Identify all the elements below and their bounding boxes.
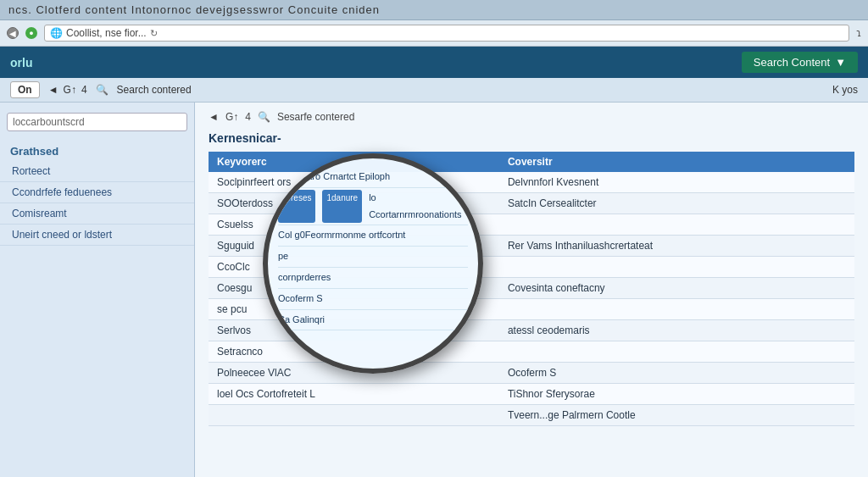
table-row: loel Ocs Cortofreteit LTiShnor Sferysora… bbox=[209, 384, 854, 405]
address-bar[interactable]: 🌐 Coollist, nse fior... ↻ bbox=[44, 25, 849, 42]
up-icon[interactable]: G↑ bbox=[64, 84, 76, 96]
search-contered-icon: 🔍 bbox=[96, 84, 108, 96]
table-cell-content: SatcIn Cersealitcter bbox=[499, 193, 854, 214]
table-row: Tveern...ge Palrmern Cootle bbox=[209, 405, 854, 426]
sidebar-section-title: Grathsed bbox=[0, 140, 194, 161]
table-cell-keyword: SOOterdoss bbox=[209, 193, 499, 214]
table-row: Csuelss bbox=[209, 214, 854, 236]
sidebar: loccarbountscrd Grathsed Rorteect Ccondr… bbox=[0, 103, 195, 477]
table-cell-content: Rer Vams Inthaniluashcrertateat bbox=[499, 236, 854, 257]
table-row: SOOterdossSatcIn Cersealitcter bbox=[209, 193, 854, 214]
table-cell-keyword: Serlvos bbox=[209, 320, 499, 341]
browser-extra: ɿ bbox=[856, 27, 861, 39]
main-layout: loccarbountscrd Grathsed Rorteect Ccondr… bbox=[0, 103, 868, 477]
sidebar-search-box[interactable]: loccarbountscrd bbox=[7, 113, 187, 131]
right-label: K yos bbox=[832, 84, 858, 96]
table-cell-keyword: Sguguid bbox=[209, 236, 499, 257]
table-cell-keyword: Polneecee VlAC bbox=[209, 363, 499, 384]
table-row: se pcu bbox=[209, 299, 854, 320]
table-cell-content: TiShnor Sferysorae bbox=[499, 384, 854, 405]
app-logo: orlu bbox=[10, 56, 32, 69]
table-row: Polneecee VlACOcoferm S bbox=[209, 363, 854, 384]
toolbar-up-icon[interactable]: G↑ bbox=[225, 111, 238, 123]
table-header-content: Coversitr bbox=[499, 152, 854, 172]
table-row: Soclpinrfeert orsDelvnnforl Kvesnent bbox=[209, 172, 854, 193]
back-icon[interactable]: ◄ bbox=[48, 84, 58, 96]
on-badge[interactable]: On bbox=[10, 81, 40, 98]
chevron-down-icon: ▼ bbox=[835, 56, 846, 69]
table-cell-content: atessl ceodemaris bbox=[499, 320, 854, 341]
search-label: Search contered bbox=[117, 84, 192, 96]
address-bar-text: Coollist, nse fior... bbox=[66, 27, 147, 39]
data-table: Keyvorerc Coversitr Soclpinrfeert orsDel… bbox=[209, 152, 854, 426]
table-row: CcoClc bbox=[209, 257, 854, 278]
search-content-button[interactable]: Search Content ▼ bbox=[742, 52, 858, 73]
search-label: Sesarfe contered bbox=[277, 111, 354, 123]
browser-refresh-button[interactable]: ● bbox=[25, 27, 37, 39]
search-content-label: Search Content bbox=[754, 56, 830, 69]
table-row: CoesguCovesinta coneftacny bbox=[209, 278, 854, 299]
table-cell-content bbox=[499, 214, 854, 236]
table-cell-keyword: Csuelss bbox=[209, 214, 499, 236]
count-badge: 4 bbox=[81, 84, 87, 96]
table-cell-keyword: Soclpinrfeert ors bbox=[209, 172, 499, 193]
title-bar-text: ncs. Clotferd content Intonornoc devejgs… bbox=[8, 3, 380, 16]
section-title: Kernesnicar- bbox=[209, 131, 854, 145]
address-bar-icon: 🌐 bbox=[50, 27, 63, 39]
table-cell-content: Delvnnforl Kvesnent bbox=[499, 172, 854, 193]
sidebar-item-ccondrfefe[interactable]: Ccondrfefe feduenees bbox=[0, 182, 194, 203]
sidebar-item-uneirt[interactable]: Uneirt cneed or ldstert bbox=[0, 225, 194, 246]
browser-chrome: ◀ ● 🌐 Coollist, nse fior... ↻ ɿ bbox=[0, 20, 868, 47]
table-cell-keyword: Setracnco bbox=[209, 341, 499, 363]
app-header: orlu Search Content ▼ bbox=[0, 47, 868, 78]
sub-header: On ◄ G↑ 4 🔍 Search contered K yos bbox=[0, 78, 868, 103]
table-cell-keyword: Coesgu bbox=[209, 278, 499, 299]
table-cell-keyword: CcoClc bbox=[209, 257, 499, 278]
table-row: Setracnco bbox=[209, 341, 854, 363]
table-row: Serlvosatessl ceodemaris bbox=[209, 320, 854, 341]
table-cell-keyword: se pcu bbox=[209, 299, 499, 320]
reload-icon[interactable]: ↻ bbox=[150, 28, 158, 39]
toolbar-back-icon[interactable]: ◄ bbox=[209, 111, 219, 123]
content-area: ◄ G↑ 4 🔍 Sesarfe contered Kernesnicar- K… bbox=[195, 103, 868, 477]
sidebar-item-rorteect[interactable]: Rorteect bbox=[0, 161, 194, 182]
table-cell-content bbox=[499, 299, 854, 320]
title-bar: ncs. Clotferd content Intonornoc devejgs… bbox=[0, 0, 868, 20]
table-cell-content: Covesinta coneftacny bbox=[499, 278, 854, 299]
search-icon: 🔍 bbox=[258, 111, 270, 123]
table-cell-content: Ocoferm S bbox=[499, 363, 854, 384]
browser-back-button[interactable]: ◀ bbox=[7, 27, 19, 39]
content-toolbar: ◄ G↑ 4 🔍 Sesarfe contered bbox=[209, 111, 854, 123]
table-cell-content bbox=[499, 257, 854, 278]
table-header-keyword: Keyvorerc bbox=[209, 152, 499, 172]
toolbar-count: 4 bbox=[245, 111, 251, 123]
table-row: SguguidRer Vams Inthaniluashcrertateat bbox=[209, 236, 854, 257]
table-cell-content: Tveern...ge Palrmern Cootle bbox=[499, 405, 854, 426]
table-cell-keyword: loel Ocs Cortofreteit L bbox=[209, 384, 499, 405]
table-cell-keyword bbox=[209, 405, 499, 426]
sub-header-icons: ◄ G↑ 4 bbox=[48, 84, 87, 96]
table-cell-content bbox=[499, 341, 854, 363]
sidebar-item-comisreamt[interactable]: Comisreamt bbox=[0, 203, 194, 225]
